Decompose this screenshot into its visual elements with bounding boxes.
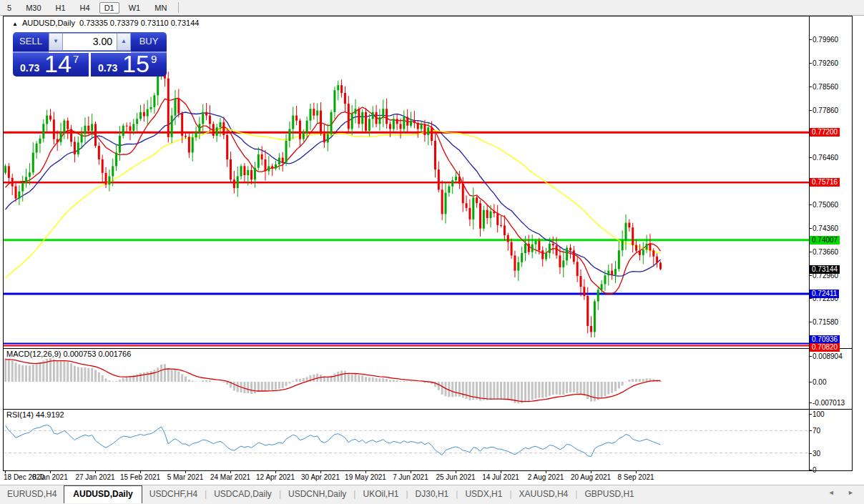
date-axis-label: 15 Feb 2021: [120, 473, 160, 481]
candle-body: [524, 244, 526, 253]
candle-body: [288, 129, 290, 141]
timeframe-button-H4[interactable]: H4: [75, 2, 95, 14]
tab-scroll-arrows[interactable]: ◄ ►: [828, 489, 860, 496]
candle-body: [119, 136, 121, 153]
timeframe-button-MN[interactable]: MN: [149, 2, 172, 14]
chart-symbol-label: AUDUSD,Daily: [22, 19, 75, 27]
candle-body: [275, 164, 277, 169]
date-axis-label: 8 Jan 2021: [32, 473, 68, 481]
tab-GBPUSD-H1[interactable]: GBPUSD,H1: [577, 485, 641, 503]
candle-body: [375, 112, 378, 124]
tab-USDCHF-H4[interactable]: USDCHF,H4: [142, 485, 205, 503]
moving-average-10-line: [6, 99, 661, 295]
candle-body: [282, 158, 284, 163]
chart-window: ▲AUDUSD,Daily 0.73335 0.73379 0.73110 0.…: [3, 16, 853, 471]
candle-body: [177, 99, 180, 114]
candle-body: [309, 109, 311, 121]
candle-body: [622, 241, 624, 251]
candle-body: [36, 144, 38, 153]
candle-body: [115, 152, 117, 166]
candle-body: [157, 75, 159, 95]
timeframe-button-D1[interactable]: D1: [99, 2, 119, 14]
tab-DJ30-H1[interactable]: DJ30,H1: [408, 485, 456, 503]
candle-body: [521, 253, 523, 262]
tab-XAUUSD-H4[interactable]: XAUUSD,H4: [512, 485, 576, 503]
candle-body: [406, 117, 408, 125]
candle-body: [604, 275, 606, 284]
chart-title: ▲AUDUSD,Daily 0.73335 0.73379 0.73110 0.…: [12, 19, 199, 27]
candle-body: [330, 112, 333, 134]
candle-body: [91, 124, 93, 130]
ask-price-display[interactable]: 0.73 15 9: [91, 53, 167, 76]
candle-body: [198, 124, 200, 132]
tab-USDX-H1[interactable]: USDX,H1: [458, 485, 509, 503]
volume-increase-button[interactable]: ▲: [117, 33, 131, 51]
candle-body: [240, 166, 242, 176]
bid-price-display[interactable]: 0.73 14 7: [13, 53, 89, 76]
candle-body: [337, 85, 339, 90]
candle-body: [171, 116, 173, 137]
macd-panel-divider[interactable]: [4, 348, 852, 349]
candle-body: [323, 134, 325, 142]
candle-body: [42, 124, 44, 138]
timeframe-button-W1[interactable]: W1: [124, 2, 146, 14]
candle-body: [659, 263, 662, 270]
timeframe-button-5[interactable]: 5: [2, 2, 16, 14]
candle-body: [378, 117, 381, 124]
tab-USDCAD-Daily[interactable]: USDCAD,Daily: [207, 485, 279, 503]
timeframe-button-M30[interactable]: M30: [21, 2, 46, 14]
tab-AUDUSD-Daily[interactable]: AUDUSD,Daily: [64, 485, 142, 503]
candle-body: [382, 109, 384, 117]
candle-body: [656, 257, 658, 263]
tab-USDCNH-Daily[interactable]: USDCNH,Daily: [281, 485, 353, 503]
candle-body: [192, 137, 194, 152]
date-axis-label: 8 Sep 2021: [617, 473, 654, 481]
macd-signal-line: [6, 360, 661, 402]
candle-body: [468, 208, 471, 219]
tab-EURUSD-H4[interactable]: EURUSD,H4: [0, 485, 64, 503]
candle-body: [147, 109, 149, 117]
rsi-line: [6, 425, 661, 457]
candle-body: [531, 244, 534, 252]
candle-body: [285, 141, 288, 163]
ask-price-prefix: 0.73: [98, 62, 117, 74]
candle-body: [490, 212, 492, 218]
candle-body: [361, 112, 363, 124]
candle-body: [545, 253, 547, 259]
candle-body: [105, 173, 107, 185]
rsi-indicator-label: RSI(14) 44.9192: [6, 410, 64, 419]
candle-body: [639, 251, 641, 255]
collapse-panel-icon[interactable]: ▲: [12, 21, 18, 27]
candle-body: [649, 244, 651, 250]
candle-body: [614, 269, 617, 275]
candle-body: [167, 79, 170, 137]
candle-body: [303, 132, 305, 139]
candle-body: [438, 169, 440, 189]
candle-body: [39, 139, 41, 144]
rsi-panel-divider[interactable]: [4, 409, 852, 410]
candle-body: [632, 227, 634, 245]
candle-body: [112, 166, 114, 176]
candle-body: [237, 177, 239, 189]
volume-decrease-button[interactable]: ▼: [49, 33, 63, 51]
timeframe-button-H1[interactable]: H1: [51, 2, 71, 14]
candle-body: [202, 112, 204, 124]
candle-body: [11, 178, 14, 187]
bar-open-value: 0.73335: [79, 19, 108, 27]
candle-body: [389, 124, 391, 129]
tab-UKOil-H1[interactable]: UKOil,H1: [355, 485, 406, 503]
candle-body: [181, 114, 183, 136]
candle-body: [573, 250, 575, 262]
candle-body: [413, 121, 416, 123]
candle-body: [29, 172, 31, 177]
price-axis-tick: 0.75060: [813, 201, 838, 209]
sell-button[interactable]: SELL: [13, 32, 49, 53]
candle-body: [541, 250, 544, 259]
candle-body: [230, 159, 232, 179]
macd-axis-tick: -0.007013: [813, 399, 845, 407]
candle-body: [538, 241, 540, 250]
candle-body: [94, 124, 97, 146]
price-chart-canvas[interactable]: [4, 16, 852, 470]
volume-input[interactable]: 3.00: [63, 33, 117, 51]
candle-body: [70, 129, 72, 142]
